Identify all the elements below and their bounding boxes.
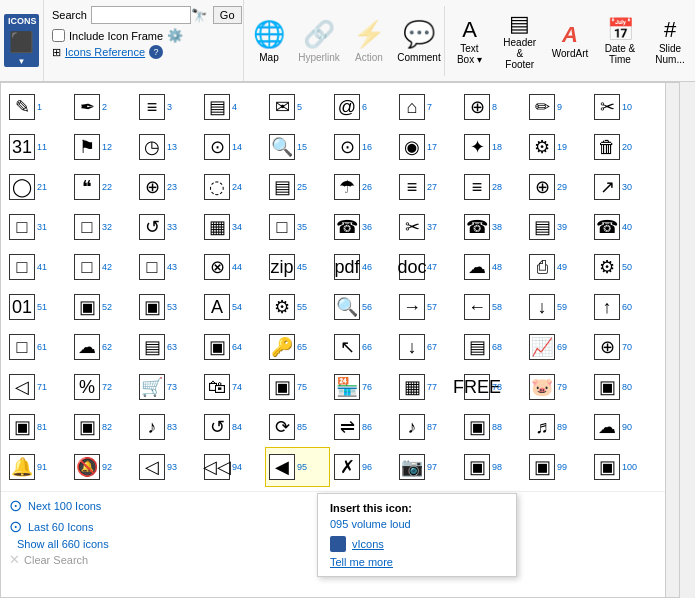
icon-cell[interactable]: ✉5 bbox=[265, 87, 330, 127]
icon-cell[interactable]: ⟳85 bbox=[265, 407, 330, 447]
icon-cell[interactable]: ▤25 bbox=[265, 167, 330, 207]
help-icon[interactable]: ? bbox=[149, 45, 163, 59]
icon-cell[interactable]: ⚙50 bbox=[590, 247, 655, 287]
icon-cell[interactable]: 🔍15 bbox=[265, 127, 330, 167]
icon-cell[interactable]: ☎40 bbox=[590, 207, 655, 247]
icon-cell[interactable]: 📷97 bbox=[395, 447, 460, 487]
icon-cell[interactable]: 📈69 bbox=[525, 327, 590, 367]
icon-cell[interactable]: 0151 bbox=[5, 287, 70, 327]
icons-panel-dropdown[interactable]: ▼ bbox=[4, 56, 39, 67]
icon-cell[interactable]: ⊕70 bbox=[590, 327, 655, 367]
icon-cell[interactable]: □32 bbox=[70, 207, 135, 247]
icon-cell[interactable]: 🛒73 bbox=[135, 367, 200, 407]
icon-cell[interactable]: ⊕8 bbox=[460, 87, 525, 127]
icon-cell[interactable]: ▣52 bbox=[70, 287, 135, 327]
icon-cell[interactable]: ✦18 bbox=[460, 127, 525, 167]
icon-cell[interactable]: ✂10 bbox=[590, 87, 655, 127]
icon-cell[interactable]: ◁93 bbox=[135, 447, 200, 487]
icon-cell[interactable]: ☁90 bbox=[590, 407, 655, 447]
icon-cell[interactable]: ▣80 bbox=[590, 367, 655, 407]
icon-cell[interactable]: ←58 bbox=[460, 287, 525, 327]
icon-cell[interactable]: ☁48 bbox=[460, 247, 525, 287]
icon-cell[interactable]: ☎36 bbox=[330, 207, 395, 247]
icon-cell[interactable]: ✏9 bbox=[525, 87, 590, 127]
action-button[interactable]: ⚡ Action bbox=[344, 0, 394, 81]
vicons-link[interactable]: vIcons bbox=[352, 538, 384, 550]
icon-cell[interactable]: 🔑65 bbox=[265, 327, 330, 367]
icon-cell[interactable]: ▣53 bbox=[135, 287, 200, 327]
icon-cell[interactable]: ✒2 bbox=[70, 87, 135, 127]
icon-cell[interactable]: @6 bbox=[330, 87, 395, 127]
icon-cell[interactable]: %72 bbox=[70, 367, 135, 407]
icon-cell[interactable]: 3111 bbox=[5, 127, 70, 167]
icon-cell[interactable]: ◯21 bbox=[5, 167, 70, 207]
icon-cell[interactable]: ▣75 bbox=[265, 367, 330, 407]
icon-cell[interactable]: ≡27 bbox=[395, 167, 460, 207]
go-button[interactable]: Go bbox=[213, 6, 242, 24]
icon-cell[interactable]: ⚑12 bbox=[70, 127, 135, 167]
icon-cell[interactable]: pdf46 bbox=[330, 247, 395, 287]
scrollbar[interactable] bbox=[665, 83, 679, 597]
icon-cell[interactable]: ⊗44 bbox=[200, 247, 265, 287]
icon-cell[interactable]: ≡28 bbox=[460, 167, 525, 207]
icon-cell[interactable]: ◁71 bbox=[5, 367, 70, 407]
icon-cell[interactable]: ☎38 bbox=[460, 207, 525, 247]
icon-cell[interactable]: ▣81 bbox=[5, 407, 70, 447]
icon-cell[interactable]: FREE78 bbox=[460, 367, 525, 407]
icon-cell[interactable]: ▦77 bbox=[395, 367, 460, 407]
icon-cell[interactable]: ▣99 bbox=[525, 447, 590, 487]
icon-cell[interactable]: ⊙16 bbox=[330, 127, 395, 167]
icon-cell[interactable]: ▣64 bbox=[200, 327, 265, 367]
icon-cell[interactable]: 🔍56 bbox=[330, 287, 395, 327]
icon-cell[interactable]: ♪83 bbox=[135, 407, 200, 447]
icon-cell[interactable]: ⊕29 bbox=[525, 167, 590, 207]
icon-cell[interactable]: ▤63 bbox=[135, 327, 200, 367]
slide-num-button[interactable]: # Slide Num... bbox=[645, 0, 695, 81]
icon-cell[interactable]: ⌂7 bbox=[395, 87, 460, 127]
icon-cell[interactable]: ↑60 bbox=[590, 287, 655, 327]
tell-more-link[interactable]: Tell me more bbox=[330, 556, 504, 568]
icon-cell[interactable]: 🛍74 bbox=[200, 367, 265, 407]
icon-cell[interactable]: ♬89 bbox=[525, 407, 590, 447]
icon-cell[interactable]: ↓67 bbox=[395, 327, 460, 367]
icon-cell[interactable]: ↗30 bbox=[590, 167, 655, 207]
icon-cell[interactable]: A54 bbox=[200, 287, 265, 327]
icon-cell[interactable]: ◀95 bbox=[265, 447, 330, 487]
include-frame-checkbox[interactable] bbox=[52, 29, 65, 42]
icons-reference-link[interactable]: Icons Reference bbox=[65, 46, 145, 58]
icon-cell[interactable]: 🔕92 bbox=[70, 447, 135, 487]
map-button[interactable]: 🌐 Map bbox=[244, 0, 294, 81]
icon-cell[interactable]: ✂37 bbox=[395, 207, 460, 247]
search-input[interactable] bbox=[91, 6, 191, 24]
header-footer-button[interactable]: ▤ Header & Footer bbox=[494, 0, 545, 81]
icon-cell[interactable]: ❝22 bbox=[70, 167, 135, 207]
icon-cell[interactable]: ▣88 bbox=[460, 407, 525, 447]
icon-cell[interactable]: ▤4 bbox=[200, 87, 265, 127]
icon-cell[interactable]: ▤68 bbox=[460, 327, 525, 367]
icon-cell[interactable]: ◉17 bbox=[395, 127, 460, 167]
icon-cell[interactable]: ▣98 bbox=[460, 447, 525, 487]
icon-cell[interactable]: □35 bbox=[265, 207, 330, 247]
icon-cell[interactable]: ⚙19 bbox=[525, 127, 590, 167]
icon-cell[interactable]: □43 bbox=[135, 247, 200, 287]
icon-cell[interactable]: ▤39 bbox=[525, 207, 590, 247]
icon-cell[interactable]: zip45 bbox=[265, 247, 330, 287]
icon-cell[interactable]: ◷13 bbox=[135, 127, 200, 167]
icon-cell[interactable]: ↺33 bbox=[135, 207, 200, 247]
icon-cell[interactable]: ▣100 bbox=[590, 447, 655, 487]
icon-cell[interactable]: ⚙55 bbox=[265, 287, 330, 327]
icon-cell[interactable]: ≡3 bbox=[135, 87, 200, 127]
icon-cell[interactable]: ✗96 bbox=[330, 447, 395, 487]
textbox-button[interactable]: A Text Box ▾ bbox=[444, 0, 494, 81]
icon-cell[interactable]: 🔔91 bbox=[5, 447, 70, 487]
icon-cell[interactable]: □41 bbox=[5, 247, 70, 287]
icon-cell[interactable]: □42 bbox=[70, 247, 135, 287]
icons-panel-button[interactable]: ICONS ⬛ ▼ bbox=[0, 0, 44, 81]
icon-cell[interactable]: ▣82 bbox=[70, 407, 135, 447]
icon-cell[interactable]: ↖66 bbox=[330, 327, 395, 367]
icon-cell[interactable]: 🐷79 bbox=[525, 367, 590, 407]
icon-cell[interactable]: ◁◁94 bbox=[200, 447, 265, 487]
icon-cell[interactable]: ↺84 bbox=[200, 407, 265, 447]
icon-cell[interactable]: 🏪76 bbox=[330, 367, 395, 407]
icon-cell[interactable]: ✎1 bbox=[5, 87, 70, 127]
